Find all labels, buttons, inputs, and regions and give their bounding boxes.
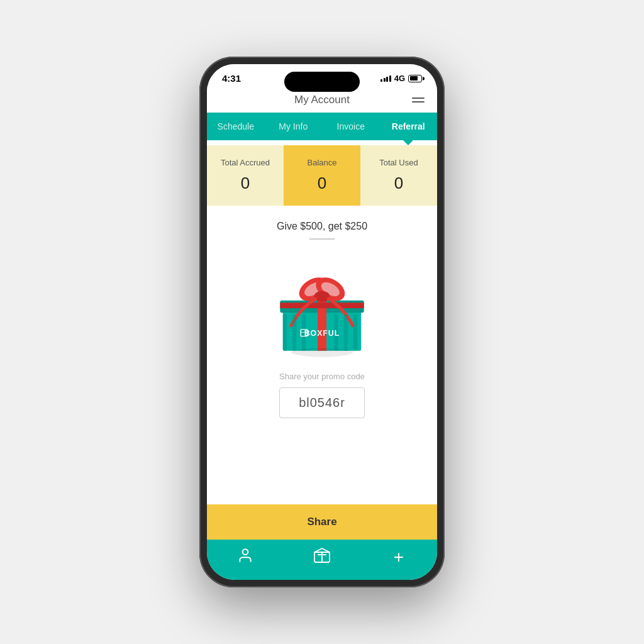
svg-point-18 [243, 549, 248, 555]
stat-total-accrued: Total Accrued 0 [207, 145, 284, 206]
main-content: Give $500, get $250 [207, 206, 437, 504]
profile-icon [237, 547, 253, 567]
stat-total-used: Total Used 0 [360, 145, 437, 206]
tab-schedule[interactable]: Schedule [207, 113, 265, 140]
phone-frame: 4:31 4G My Account [199, 57, 445, 587]
svg-rect-14 [353, 314, 357, 350]
gift-image: BOXFUL [265, 258, 379, 359]
total-accrued-value: 0 [241, 174, 250, 193]
nav-box[interactable] [284, 547, 360, 567]
menu-line-2 [412, 101, 425, 103]
svg-point-17 [291, 348, 353, 357]
nav-tabs: Schedule My Info Invoice Referral [207, 113, 437, 140]
promo-text: Give $500, get $250 [277, 221, 367, 232]
stats-area: Total Accrued 0 Balance 0 Total Used 0 [207, 145, 437, 206]
status-icons: 4G [380, 74, 422, 83]
total-used-value: 0 [394, 174, 403, 193]
signal-icon [380, 75, 391, 82]
battery-icon [408, 75, 422, 82]
box-icon [313, 547, 331, 567]
tab-myinfo[interactable]: My Info [265, 113, 323, 140]
stat-balance: Balance 0 [284, 145, 360, 206]
bottom-nav: + [207, 540, 437, 580]
balance-value: 0 [318, 174, 326, 193]
menu-button[interactable] [412, 97, 425, 103]
network-icon: 4G [394, 74, 405, 83]
promo-divider [309, 238, 335, 240]
status-time: 4:31 [222, 73, 241, 84]
menu-line-1 [412, 97, 425, 99]
nav-profile[interactable] [207, 547, 284, 567]
svg-rect-3 [280, 303, 364, 308]
share-code-label: Share your promo code [279, 372, 365, 381]
balance-label: Balance [308, 158, 337, 167]
battery-fill [410, 76, 418, 80]
add-icon: + [394, 547, 404, 567]
promo-code-box[interactable]: bl0546r [279, 387, 365, 418]
page-title: My Account [294, 94, 350, 106]
tab-referral[interactable]: Referral [380, 113, 438, 140]
svg-point-8 [314, 291, 330, 302]
tab-invoice[interactable]: Invoice [322, 113, 380, 140]
svg-rect-10 [292, 314, 296, 350]
svg-text:BOXFUL: BOXFUL [304, 328, 340, 337]
nav-add[interactable]: + [360, 547, 437, 567]
dynamic-island [284, 72, 360, 92]
total-accrued-label: Total Accrued [221, 158, 270, 167]
phone-screen: 4:31 4G My Account [207, 64, 437, 580]
svg-rect-9 [283, 314, 287, 350]
share-button[interactable]: Share [207, 504, 437, 540]
total-used-label: Total Used [379, 158, 418, 167]
svg-rect-13 [344, 314, 348, 350]
